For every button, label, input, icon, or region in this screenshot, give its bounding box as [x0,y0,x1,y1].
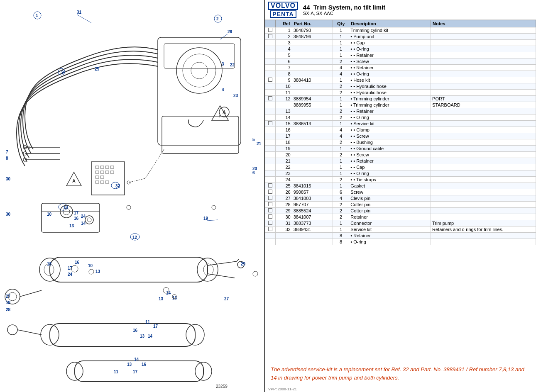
table-cell-notes [431,52,536,58]
checkbox[interactable] [268,28,272,32]
checkbox[interactable] [268,202,272,206]
table-cell-check [265,139,276,146]
table-cell-notes: Retainers and o-rings for trim lines. [431,226,536,233]
table-cell-ref: 23 [276,170,292,177]
table-cell-ref: 10 [276,83,292,90]
table-cell-part: 3886513 [292,121,333,127]
checkbox[interactable] [268,196,272,200]
table-cell-part: 3889955 [292,102,333,108]
table-row: 289677072Cotter pin [265,202,536,208]
col-header-ref: Ref [276,20,292,27]
table-cell-part: 3885524 [292,208,333,214]
table-cell-desc: • • O-ring [349,170,431,177]
table-row: 938844101• Hose kit [265,77,536,83]
table-cell-desc: Retainer [349,214,431,220]
table-cell-check [265,220,276,226]
table-cell-notes [431,34,536,40]
table-cell-ref: 9 [276,77,292,83]
table-cell-ref [276,233,292,239]
table-cell-part [292,58,333,65]
table-cell-part [292,127,333,133]
svg-text:18: 18 [6,300,11,305]
table-cell-qty: 1 [333,40,349,46]
table-row: 211• • Retainer [265,158,536,164]
table-cell-check [265,152,276,158]
svg-text:12: 12 [132,235,137,240]
table-cell-qty: 4 [333,65,349,71]
table-cell-part [292,233,333,239]
svg-text:7: 7 [6,150,8,154]
table-cell-ref: 11 [276,90,292,96]
table-cell-qty: 4 [333,195,349,202]
checkbox[interactable] [268,183,272,187]
table-cell-ref: 21 [276,158,292,164]
svg-text:17: 17 [133,370,138,374]
table-row: 62• • Screw [265,58,536,65]
table-cell-ref: 15 [276,121,292,127]
checkbox[interactable] [268,227,272,231]
table-cell-desc: • • Screw [349,133,431,139]
table-cell-ref: 16 [276,127,292,133]
table-cell-notes [431,170,536,177]
page-title: 44 Trim System, no tilt limit [303,4,533,11]
table-row: 269908576Screw [265,189,536,195]
svg-text:30: 30 [6,177,11,181]
svg-text:25: 25 [95,67,100,71]
table-cell-part [292,146,333,152]
table-cell-check [265,40,276,46]
table-cell-check [265,177,276,183]
checkbox[interactable] [268,121,272,125]
table-cell-part [292,170,333,177]
footer-note: VPP: 2008-11-21 [265,386,536,392]
table-cell-part: 3884410 [292,77,333,83]
svg-text:13: 13 [127,362,132,367]
table-cell-part: 990857 [292,189,333,195]
checkbox[interactable] [268,96,272,100]
table-body: 138487931Trimming cylind kit238487961• P… [265,27,536,245]
svg-text:20: 20 [252,166,257,171]
svg-text:29: 29 [241,262,246,266]
table-cell-check [265,133,276,139]
svg-text:28: 28 [6,307,11,312]
table-cell-part [292,46,333,52]
svg-text:16: 16 [74,216,79,221]
table-cell-desc: • • Screw [349,58,431,65]
table-cell-ref: 12 [276,96,292,102]
svg-text:2: 2 [216,17,219,21]
checkbox[interactable] [268,208,272,212]
table-cell-check [265,202,276,208]
checkbox[interactable] [268,34,272,38]
table-cell-part [292,139,333,146]
table-cell-qty: 1 [333,170,349,177]
table-cell-qty: 2 [333,202,349,208]
table-cell-part [292,114,333,121]
checkbox[interactable] [268,190,272,194]
table-cell-desc: • O-ring [349,239,431,245]
checkbox[interactable] [268,221,272,225]
table-cell-ref: 30 [276,214,292,220]
table-cell-ref: 18 [276,139,292,146]
table-cell-notes [431,46,536,52]
table-cell-desc: Screw [349,189,431,195]
table-cell-ref: 4 [276,46,292,52]
table-cell-qty: 2 [333,83,349,90]
svg-text:21: 21 [257,141,262,146]
svg-text:4: 4 [222,88,224,92]
table-cell-desc: Trimming cylind kit [349,27,431,34]
svg-text:22: 22 [230,63,235,67]
parts-header: VOLVO PENTA 44 Trim System, no tilt limi… [265,0,536,20]
page-number: 44 [303,4,310,11]
table-row: 2738410034Clevis pin [265,195,536,202]
table-cell-check [265,239,276,245]
table-cell-part: 3889954 [292,96,333,102]
svg-text:26: 26 [228,29,233,34]
table-cell-part [292,152,333,158]
table-cell-qty: 1 [333,146,349,152]
parts-table-container: Ref Part No. Qty Description Notes 13848… [265,20,536,357]
checkbox[interactable] [268,214,272,219]
table-cell-check [265,34,276,40]
table-row: 41• • O-ring [265,46,536,52]
table-cell-check [265,96,276,102]
checkbox[interactable] [268,78,272,82]
table-cell-part: 3841007 [292,214,333,220]
